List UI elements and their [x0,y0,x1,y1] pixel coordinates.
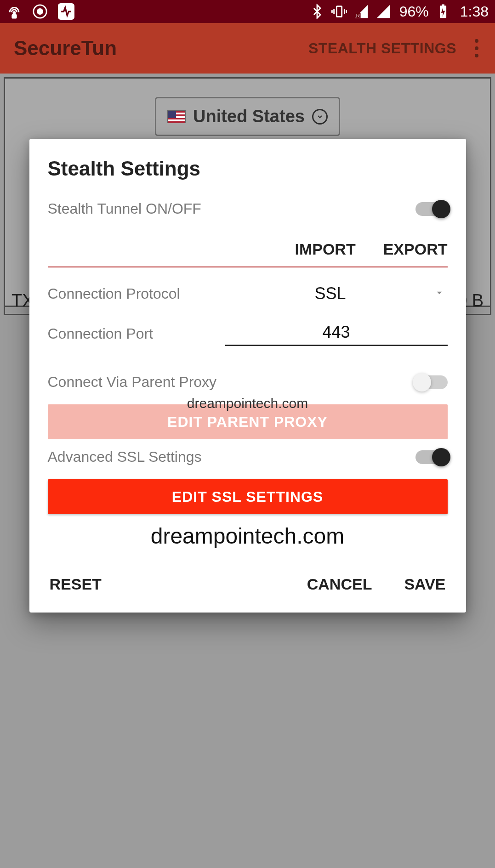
signal-icon [376,4,391,19]
main-background: United States TX 0 B Stealth Settings St… [0,74,495,868]
reset-button[interactable]: RESET [50,575,102,593]
port-label: Connection Port [48,325,216,346]
parent-proxy-toggle[interactable] [415,375,448,389]
vibrate-icon [331,4,347,19]
watermark-large: dreampointech.com [48,523,448,549]
svg-rect-1 [12,15,17,18]
stealth-toggle-label: Stealth Tunnel ON/OFF [48,200,201,217]
app-title: SecureTun [14,37,308,60]
hotspot-icon [6,4,22,19]
stealth-settings-dialog: Stealth Settings Stealth Tunnel ON/OFF I… [29,139,466,613]
protocol-value: SSL [315,284,346,303]
signal-roaming-icon: R [353,4,369,19]
app-bar: SecureTun STEALTH SETTINGS [0,23,495,74]
port-field-wrap [225,320,448,346]
clock: 1:38 [460,3,489,20]
svg-rect-4 [336,6,341,17]
activity-icon [58,3,74,20]
record-icon [32,4,48,19]
dropdown-caret-icon [433,287,445,301]
import-button[interactable]: IMPORT [295,240,355,258]
advanced-ssl-label: Advanced SSL Settings [48,448,202,465]
protocol-dropdown[interactable]: SSL [225,281,448,306]
svg-point-3 [37,8,43,15]
battery-percent: 96% [399,3,429,20]
stealth-toggle[interactable] [415,202,448,216]
stealth-settings-action[interactable]: STEALTH SETTINGS [308,40,456,57]
svg-rect-12 [442,4,444,6]
bluetooth-icon [309,4,325,19]
svg-point-0 [13,12,15,14]
battery-charging-icon [435,4,451,19]
port-input[interactable] [227,323,446,342]
edit-ssl-button[interactable]: EDIT SSL SETTINGS [48,479,448,514]
divider [48,267,448,267]
dialog-scrim[interactable]: Stealth Settings Stealth Tunnel ON/OFF I… [0,74,495,868]
export-button[interactable]: EXPORT [383,240,448,258]
cancel-button[interactable]: CANCEL [307,575,372,593]
save-button[interactable]: SAVE [404,575,445,593]
dialog-title: Stealth Settings [48,157,448,180]
status-bar: R 96% 1:38 [0,0,495,23]
advanced-ssl-toggle[interactable] [415,450,448,464]
parent-proxy-label: Connect Via Parent Proxy [48,374,217,391]
overflow-menu-icon[interactable] [472,39,481,57]
protocol-label: Connection Protocol [48,285,216,306]
edit-parent-proxy-button[interactable]: EDIT PARENT PROXY [48,404,448,439]
svg-text:R: R [356,13,359,18]
